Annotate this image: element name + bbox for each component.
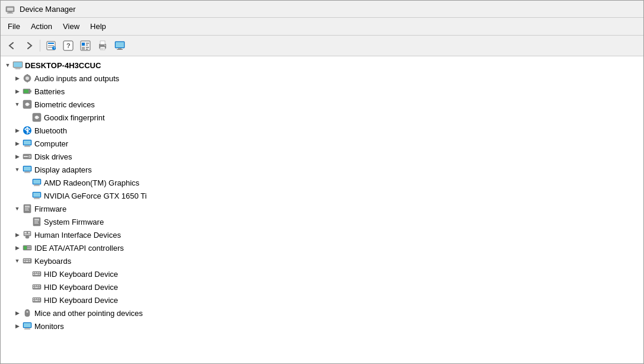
app-icon xyxy=(5,4,15,14)
root-computer-icon xyxy=(12,60,23,71)
tree-item-ide[interactable]: ▶ IDE ATA/ATAPI controllers xyxy=(1,241,643,254)
tree-root[interactable]: ▼ DESKTOP-4H3CCUC xyxy=(1,59,643,72)
disk-label: Disk drives xyxy=(34,152,72,161)
svg-rect-89 xyxy=(24,261,25,262)
bluetooth-label: Bluetooth xyxy=(34,126,67,135)
tree-item-audio[interactable]: ▶ Audio inputs and outputs xyxy=(1,72,643,85)
tree-item-kbd1[interactable]: ▶ HID Keyboard Device xyxy=(1,267,643,280)
menu-help[interactable]: Help xyxy=(85,20,111,33)
tree-item-monitors[interactable]: ▶ Monitors xyxy=(1,320,643,333)
svg-rect-60 xyxy=(34,186,40,186)
device-tree: ▼ DESKTOP-4H3CCUC ▶ xyxy=(1,56,643,363)
svg-rect-54 xyxy=(24,167,31,171)
tree-item-kbd3[interactable]: ▶ HID Keyboard Device xyxy=(1,293,643,306)
tree-item-bluetooth[interactable]: ▶ Bluetooth xyxy=(1,124,643,137)
tree-item-sysfirmware[interactable]: ▶ System Firmware xyxy=(1,215,643,228)
menu-view[interactable]: View xyxy=(58,20,84,33)
tree-item-disk[interactable]: ▶ Disk drives xyxy=(1,150,643,163)
nvidia-label: NVIDIA GeForce GTX 1650 Ti xyxy=(44,191,146,200)
svg-rect-113 xyxy=(33,300,34,301)
svg-rect-30 xyxy=(14,62,22,67)
audio-label: Audio inputs and outputs xyxy=(34,74,119,83)
tree-item-goodix[interactable]: ▶ Goodix fingerprint xyxy=(1,111,643,124)
root-label: DESKTOP-4H3CCUC xyxy=(25,61,101,70)
tree-item-kbd2[interactable]: ▶ HID Keyboard Device xyxy=(1,280,643,293)
firmware-icon xyxy=(22,203,33,214)
svg-point-24 xyxy=(104,45,106,46)
window-title: Device Manager xyxy=(20,5,76,14)
display-icon xyxy=(22,164,33,175)
svg-rect-46 xyxy=(24,141,31,145)
hid-expand-icon: ▶ xyxy=(12,230,22,240)
tree-item-biometric[interactable]: ▼ Biometric devices xyxy=(1,98,643,111)
svg-rect-106 xyxy=(35,287,38,288)
tree-item-hid[interactable]: ▶ Human Interface Devices xyxy=(1,228,643,241)
kbd3-label: HID Keyboard Device xyxy=(44,296,118,305)
root-expand-icon: ▼ xyxy=(3,60,12,70)
tree-item-mice[interactable]: ▶ Mice and other pointing devices xyxy=(1,306,643,320)
tree-item-firmware[interactable]: ▼ Firmware xyxy=(1,202,643,215)
tree-item-nvidia[interactable]: ▶ NVIDIA GeForce GTX 1650 Ti xyxy=(1,189,643,202)
kbd1-label: HID Keyboard Device xyxy=(44,270,118,279)
svg-rect-120 xyxy=(25,328,30,329)
svg-rect-119 xyxy=(24,323,31,327)
mice-icon xyxy=(22,308,33,318)
ide-expand-icon: ▶ xyxy=(12,243,22,253)
svg-rect-13 xyxy=(82,43,85,46)
svg-point-34 xyxy=(25,76,29,80)
svg-rect-87 xyxy=(27,259,28,260)
menu-bar: File Action View Help xyxy=(1,18,643,36)
svg-rect-105 xyxy=(33,287,34,288)
disk-expand-icon: ▶ xyxy=(12,152,22,161)
svg-rect-88 xyxy=(29,259,30,260)
svg-rect-103 xyxy=(37,285,38,286)
menu-action[interactable]: Action xyxy=(26,20,57,33)
monitor-button[interactable] xyxy=(112,38,127,53)
keyboards-label: Keyboards xyxy=(34,257,71,266)
tree-item-keyboards[interactable]: ▼ Keyboards xyxy=(1,254,643,267)
ide-icon xyxy=(22,242,33,253)
svg-rect-101 xyxy=(33,285,34,286)
svg-rect-71 xyxy=(34,219,39,220)
svg-rect-3 xyxy=(7,13,13,14)
svg-rect-110 xyxy=(35,298,36,299)
menu-file[interactable]: File xyxy=(3,20,25,33)
help-button[interactable]: ? xyxy=(60,38,76,53)
svg-rect-14 xyxy=(86,43,89,44)
svg-rect-18 xyxy=(86,49,88,50)
keyboards-expand-icon: ▼ xyxy=(12,256,22,266)
svg-rect-47 xyxy=(25,145,30,146)
svg-rect-98 xyxy=(35,274,38,275)
svg-rect-63 xyxy=(34,197,39,199)
print-button[interactable] xyxy=(95,38,110,53)
sysfirmware-icon xyxy=(31,216,42,227)
svg-rect-99 xyxy=(39,274,40,275)
tree-item-computer[interactable]: ▶ Computer xyxy=(1,137,643,150)
monitors-expand-icon: ▶ xyxy=(12,321,22,331)
back-button[interactable] xyxy=(4,38,20,53)
forward-button[interactable] xyxy=(21,38,37,53)
tree-item-batteries[interactable]: ▶ Batteries xyxy=(1,85,643,98)
svg-rect-82 xyxy=(27,247,31,247)
biometric-expand-icon: ▼ xyxy=(12,100,22,109)
goodix-label: Goodix fingerprint xyxy=(44,113,105,122)
properties-button[interactable]: ? xyxy=(43,38,59,53)
svg-rect-16 xyxy=(82,47,85,50)
svg-rect-74 xyxy=(34,223,39,223)
svg-rect-38 xyxy=(24,90,28,93)
view-button[interactable] xyxy=(78,38,93,53)
computer-expand-icon: ▶ xyxy=(12,139,22,148)
hid-icon xyxy=(22,229,33,240)
kbd2-label: HID Keyboard Device xyxy=(44,283,118,292)
tree-item-display[interactable]: ▼ Display adapters xyxy=(1,163,643,176)
disk-icon xyxy=(22,151,33,162)
keyboards-icon xyxy=(22,256,33,266)
tree-item-amd[interactable]: ▶ AMD Radeon(TM) Graphics xyxy=(1,176,643,189)
biometric-icon xyxy=(22,99,33,110)
goodix-icon xyxy=(31,112,42,123)
svg-rect-111 xyxy=(37,298,38,299)
svg-rect-95 xyxy=(37,272,38,273)
svg-rect-58 xyxy=(33,180,40,184)
svg-rect-32 xyxy=(15,69,20,69)
batteries-expand-icon: ▶ xyxy=(12,87,22,96)
